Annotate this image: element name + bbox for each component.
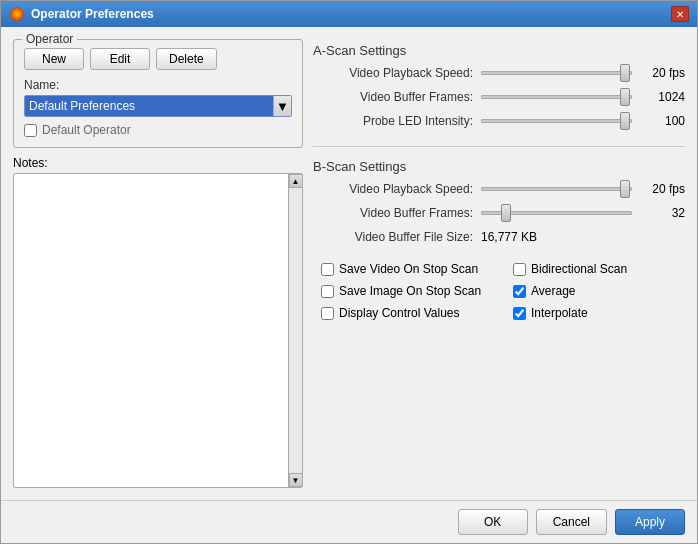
right-panel: A-Scan Settings Video Playback Speed: 20… — [313, 39, 685, 488]
ascan-vbf-value: 1024 — [640, 90, 685, 104]
bscan-vbf-slider[interactable] — [481, 211, 632, 215]
notes-textarea[interactable] — [14, 174, 288, 483]
bscan-vps-label: Video Playback Speed: — [313, 182, 473, 196]
notes-scrollbar[interactable]: ▲ ▼ — [288, 174, 302, 487]
default-operator-checkbox[interactable] — [24, 124, 37, 137]
ascan-title: A-Scan Settings — [313, 43, 685, 58]
cancel-button[interactable]: Cancel — [536, 509, 607, 535]
operator-group-label: Operator — [22, 32, 77, 46]
operator-preferences-window: Operator Preferences ✕ Operator New Edit… — [0, 0, 698, 544]
main-content: Operator New Edit Delete Name: ▼ Default… — [1, 27, 697, 500]
notes-section: Notes: ▲ ▼ — [13, 156, 303, 488]
bidirectional-cb-item: Bidirectional Scan — [513, 262, 685, 276]
scroll-up-btn[interactable]: ▲ — [289, 174, 303, 188]
section-divider — [313, 146, 685, 147]
svg-point-1 — [14, 11, 20, 17]
ascan-vbf-label: Video Buffer Frames: — [313, 90, 473, 104]
new-button[interactable]: New — [24, 48, 84, 70]
ascan-section: A-Scan Settings Video Playback Speed: 20… — [313, 39, 685, 138]
ascan-pli-thumb[interactable] — [620, 112, 630, 130]
save-video-cb-item: Save Video On Stop Scan — [321, 262, 493, 276]
ascan-vps-thumb[interactable] — [620, 64, 630, 82]
save-image-cb-item: Save Image On Stop Scan — [321, 284, 493, 298]
ascan-pli-value: 100 — [640, 114, 685, 128]
interpolate-label: Interpolate — [531, 306, 588, 320]
average-checkbox[interactable] — [513, 285, 526, 298]
close-button[interactable]: ✕ — [671, 6, 689, 22]
save-video-label: Save Video On Stop Scan — [339, 262, 478, 276]
name-input-wrap: ▼ — [24, 95, 292, 117]
bscan-vps-value: 20 fps — [640, 182, 685, 196]
save-image-checkbox[interactable] — [321, 285, 334, 298]
ascan-vbf-slider[interactable] — [481, 95, 632, 99]
bscan-vps-thumb[interactable] — [620, 180, 630, 198]
app-icon — [9, 6, 25, 22]
delete-button[interactable]: Delete — [156, 48, 217, 70]
default-operator-row: Default Operator — [24, 123, 292, 137]
edit-button[interactable]: Edit — [90, 48, 150, 70]
operator-group: Operator New Edit Delete Name: ▼ Default… — [13, 39, 303, 148]
notes-area: ▲ ▼ — [13, 173, 303, 488]
average-cb-item: Average — [513, 284, 685, 298]
bscan-vps-slider[interactable] — [481, 187, 632, 191]
window-title: Operator Preferences — [31, 7, 154, 21]
save-image-label: Save Image On Stop Scan — [339, 284, 481, 298]
name-dropdown-arrow[interactable]: ▼ — [273, 96, 291, 116]
bidirectional-scan-checkbox[interactable] — [513, 263, 526, 276]
ascan-vps-slider[interactable] — [481, 71, 632, 75]
bscan-title: B-Scan Settings — [313, 159, 685, 174]
display-control-checkbox[interactable] — [321, 307, 334, 320]
bscan-vbf-label: Video Buffer Frames: — [313, 206, 473, 220]
ascan-pli-slider[interactable] — [481, 119, 632, 123]
interpolate-cb-item: Interpolate — [513, 306, 685, 320]
display-control-cb-item: Display Control Values — [321, 306, 493, 320]
average-label: Average — [531, 284, 575, 298]
bscan-vbf-value: 32 — [640, 206, 685, 220]
ascan-vps-label: Video Playback Speed: — [313, 66, 473, 80]
name-label: Name: — [24, 78, 292, 92]
ascan-pli-label: Probe LED Intensity: — [313, 114, 473, 128]
bscan-vbfs-value: 16,777 KB — [481, 230, 537, 244]
bidirectional-scan-label: Bidirectional Scan — [531, 262, 627, 276]
bscan-vps-row: Video Playback Speed: 20 fps — [313, 182, 685, 196]
left-panel: Operator New Edit Delete Name: ▼ Default… — [13, 39, 303, 488]
default-operator-label: Default Operator — [42, 123, 131, 137]
operator-buttons: New Edit Delete — [24, 48, 292, 70]
title-bar: Operator Preferences ✕ — [1, 1, 697, 27]
title-bar-left: Operator Preferences — [9, 6, 154, 22]
checkbox-grid: Save Video On Stop Scan Bidirectional Sc… — [321, 262, 685, 320]
bscan-vbfs-row: Video Buffer File Size: 16,777 KB — [313, 230, 685, 244]
bscan-vbf-thumb[interactable] — [501, 204, 511, 222]
scroll-down-btn[interactable]: ▼ — [289, 473, 303, 487]
name-input[interactable] — [25, 96, 273, 116]
ascan-vps-value: 20 fps — [640, 66, 685, 80]
ascan-vbf-thumb[interactable] — [620, 88, 630, 106]
save-video-checkbox[interactable] — [321, 263, 334, 276]
ok-button[interactable]: OK — [458, 509, 528, 535]
ascan-pli-row: Probe LED Intensity: 100 — [313, 114, 685, 128]
display-control-label: Display Control Values — [339, 306, 460, 320]
notes-label: Notes: — [13, 156, 303, 170]
scroll-track — [289, 188, 302, 473]
footer: OK Cancel Apply — [1, 500, 697, 543]
apply-button[interactable]: Apply — [615, 509, 685, 535]
ascan-vbf-row: Video Buffer Frames: 1024 — [313, 90, 685, 104]
ascan-vps-row: Video Playback Speed: 20 fps — [313, 66, 685, 80]
bscan-section: B-Scan Settings Video Playback Speed: 20… — [313, 155, 685, 254]
bscan-vbfs-label: Video Buffer File Size: — [313, 230, 473, 244]
interpolate-checkbox[interactable] — [513, 307, 526, 320]
bscan-vbf-row: Video Buffer Frames: 32 — [313, 206, 685, 220]
